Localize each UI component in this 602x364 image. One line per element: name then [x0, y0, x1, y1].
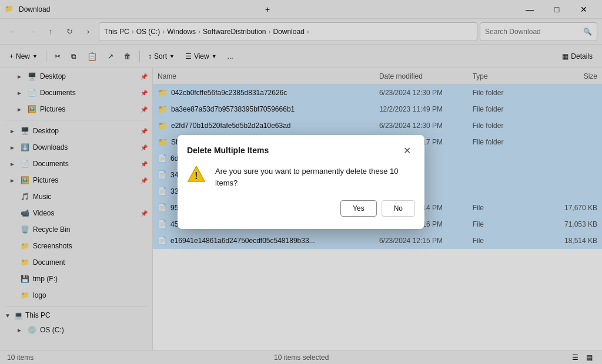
modal-message: Are you sure you want to permanently del…: [215, 163, 415, 188]
modal-close-button[interactable]: ✕: [399, 142, 415, 159]
modal-title-bar: Delete Multiple Items ✕: [178, 135, 424, 163]
modal-body: ! Are you sure you want to permanently d…: [178, 163, 424, 200]
svg-text:!: !: [195, 171, 198, 181]
modal-title: Delete Multiple Items: [187, 146, 269, 155]
delete-modal: Delete Multiple Items ✕ ! Are you sure y…: [178, 135, 424, 229]
no-button[interactable]: No: [382, 200, 415, 217]
yes-button[interactable]: Yes: [340, 200, 377, 217]
warning-icon: !: [187, 164, 206, 183]
modal-buttons: Yes No: [178, 200, 424, 226]
modal-overlay: Delete Multiple Items ✕ ! Are you sure y…: [0, 0, 602, 364]
